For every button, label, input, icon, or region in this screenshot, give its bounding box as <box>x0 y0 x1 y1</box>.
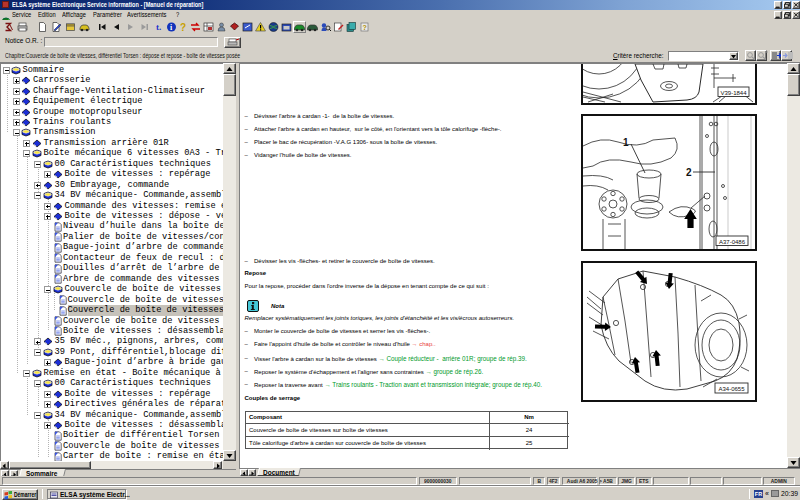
svg-text:?: ? <box>363 24 367 31</box>
svg-text:1: 1 <box>623 137 629 148</box>
svg-text:t.: t. <box>156 22 161 32</box>
svg-text:A34-0655: A34-0655 <box>718 386 745 392</box>
svg-text:V39-1844: V39-1844 <box>720 90 747 96</box>
svg-text:?: ? <box>180 22 186 32</box>
svg-text:A37-0486: A37-0486 <box>719 239 746 245</box>
svg-text:2: 2 <box>686 167 692 178</box>
